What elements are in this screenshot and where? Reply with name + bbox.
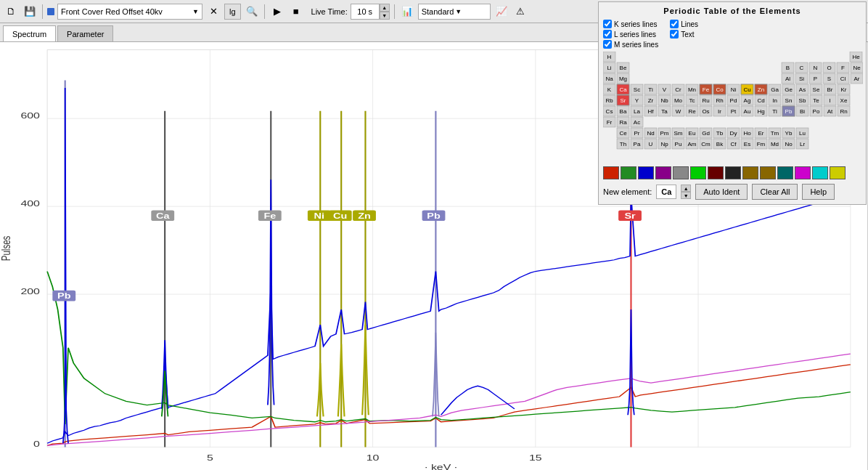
m-series-checkbox[interactable] — [603, 40, 612, 49]
pt-row-3: Na Mg Al Si P S Cl Ar — [603, 73, 863, 84]
color-swatch-lime[interactable] — [690, 166, 706, 179]
svg-text:Pb: Pb — [785, 108, 793, 115]
search-icon[interactable]: 🔍 — [244, 4, 260, 20]
close-icon[interactable]: ✕ — [205, 4, 221, 20]
color-swatch-cyan[interactable] — [812, 166, 828, 179]
svg-text:S: S — [827, 76, 831, 82]
svg-text:15: 15 — [529, 453, 542, 463]
svg-text:Ca: Ca — [156, 212, 171, 221]
calibration-icon[interactable]: 📊 — [399, 4, 415, 20]
color-swatch-brown[interactable] — [742, 166, 758, 179]
m-series-label: M series lines — [614, 41, 658, 49]
auto-ident-button[interactable]: Auto Ident — [695, 184, 748, 200]
k-series-checkbox[interactable] — [603, 20, 612, 28]
bottom-controls: New element: ▲ ▼ Auto Ident Clear All He… — [603, 184, 861, 200]
time-up-btn[interactable]: ▲ — [380, 4, 390, 12]
svg-text:Mg: Mg — [619, 76, 627, 82]
svg-text:Fm: Fm — [757, 141, 766, 147]
color-swatch-tan[interactable] — [760, 166, 776, 179]
main-content: 600 400 200 0 5 10 15 Pulses · keV · — [0, 42, 868, 470]
l-series-label: L series lines — [614, 31, 656, 39]
svg-text:I: I — [829, 97, 830, 104]
svg-text:Ar: Ar — [854, 76, 860, 82]
save-icon[interactable]: 💾 — [22, 4, 38, 20]
svg-text:Au: Au — [744, 108, 751, 115]
standard-dropdown[interactable]: Standard ▼ — [418, 4, 491, 20]
element-spinner[interactable]: ▲ ▼ — [681, 185, 691, 199]
svg-text:At: At — [827, 108, 833, 115]
svg-text:Be: Be — [620, 65, 627, 71]
svg-text:Br: Br — [827, 86, 833, 93]
svg-text:Li: Li — [607, 65, 611, 71]
color-swatch-darkred[interactable] — [708, 166, 724, 179]
color-swatch-blue[interactable] — [638, 166, 654, 179]
clear-all-button[interactable]: Clear All — [752, 184, 798, 200]
live-time-input[interactable]: 10 s — [351, 4, 380, 20]
svg-text:Sr: Sr — [624, 212, 635, 221]
lines-checkbox[interactable] — [670, 20, 679, 28]
svg-text:H: H — [607, 54, 612, 60]
svg-text:Pb: Pb — [427, 212, 441, 221]
svg-text:Rb: Rb — [605, 97, 613, 104]
color-swatch-green[interactable] — [621, 166, 636, 179]
svg-text:He: He — [852, 54, 860, 60]
element-up-btn[interactable]: ▲ — [681, 185, 691, 192]
svg-text:Zn: Zn — [758, 86, 764, 93]
svg-text:Bk: Bk — [716, 141, 724, 147]
color-swatch-yellow[interactable] — [830, 166, 846, 179]
text-checkbox[interactable] — [670, 30, 679, 39]
element-down-btn[interactable]: ▼ — [681, 192, 691, 199]
svg-text:Si: Si — [799, 76, 804, 82]
svg-text:Ag: Ag — [744, 97, 751, 104]
color-swatch-purple[interactable] — [655, 166, 671, 179]
k-series-checkbox-row: K series lines — [603, 20, 658, 28]
svg-text:Md: Md — [771, 141, 779, 147]
svg-text:As: As — [799, 86, 806, 93]
sep3 — [394, 4, 395, 19]
svg-text:Bi: Bi — [800, 108, 805, 115]
svg-text:Sn: Sn — [785, 97, 793, 104]
svg-text:0: 0 — [33, 439, 40, 449]
svg-text:In: In — [772, 97, 777, 104]
svg-text:Eu: Eu — [689, 130, 696, 137]
pt-actinides: Th Pa U Np Pu Am Cm Bk Cf Es Fm Md No Lr — [617, 139, 808, 149]
time-down-btn[interactable]: ▼ — [380, 12, 390, 20]
title-dropdown[interactable]: Front Cover Red Offset 40kv ▼ — [57, 4, 202, 20]
color-swatch-red[interactable] — [603, 166, 619, 179]
stop-icon[interactable]: ■ — [288, 4, 304, 20]
svg-text:P: P — [814, 76, 817, 82]
sep2 — [264, 4, 265, 19]
svg-text:B: B — [786, 65, 790, 71]
svg-text:Cs: Cs — [606, 108, 613, 115]
color-swatch-black[interactable] — [725, 166, 741, 179]
svg-text:Am: Am — [688, 141, 697, 147]
svg-text:10: 10 — [367, 453, 380, 463]
svg-text:Mo: Mo — [674, 97, 683, 104]
lg-button[interactable]: lg — [224, 4, 241, 20]
svg-text:Po: Po — [813, 108, 820, 115]
tab-parameter[interactable]: Parameter — [57, 25, 113, 41]
svg-text:Lu: Lu — [799, 130, 806, 137]
new-icon[interactable]: 🗋 — [3, 4, 19, 20]
svg-text:Ac: Ac — [634, 119, 640, 126]
svg-text:Na: Na — [605, 76, 613, 82]
color-swatch-gray[interactable] — [673, 166, 689, 179]
color-swatch-magenta[interactable] — [795, 166, 811, 179]
svg-text:Ce: Ce — [619, 130, 627, 137]
bar-chart-icon[interactable]: 📈 — [494, 4, 509, 20]
svg-text:Re: Re — [688, 108, 696, 115]
new-element-input[interactable] — [656, 185, 676, 199]
svg-text:Te: Te — [813, 97, 819, 104]
tab-spectrum[interactable]: Spectrum — [3, 25, 56, 41]
help-button[interactable]: Help — [802, 184, 835, 200]
warning-icon[interactable]: ⚠ — [512, 4, 528, 20]
svg-text:F: F — [841, 65, 845, 71]
time-spinner[interactable]: ▲ ▼ — [380, 4, 390, 20]
play-icon[interactable]: ▶ — [269, 4, 285, 20]
color-swatch-teal[interactable] — [777, 166, 793, 179]
svg-text:Pa: Pa — [634, 141, 641, 147]
svg-text:Fe: Fe — [703, 86, 710, 93]
pt-row-4: K Ca Sc Ti V Cr Mn Fe Co Ni Cu Zn Ga Ge … — [603, 84, 850, 94]
l-series-checkbox[interactable] — [603, 30, 612, 39]
svg-text:600: 600 — [20, 110, 40, 120]
